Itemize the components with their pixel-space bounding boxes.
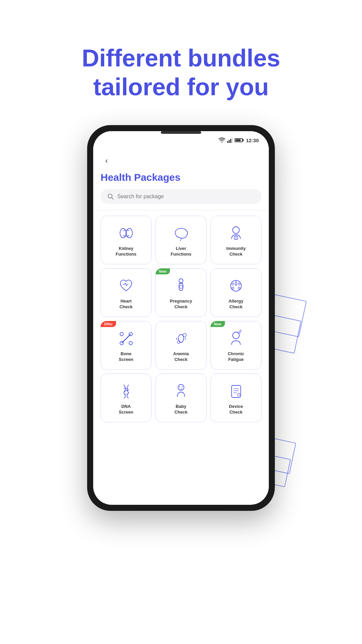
heart-icon [117,277,135,295]
package-card-kidney[interactable]: Kidney Functions [101,216,152,264]
anemia-icon [172,329,190,348]
package-card-bone[interactable]: OfferBone Screen [101,321,152,370]
immunity-icon [227,224,245,243]
divider [93,210,269,210]
search-input[interactable] [117,194,255,200]
fatigue-icon [227,329,245,348]
status-bar: 12:30 [93,131,269,150]
badge-bone: Offer [101,321,116,327]
package-label-heart: Heart Check [119,299,132,310]
svg-rect-34 [227,141,228,143]
baby-icon [172,382,190,400]
pregnancy-icon [172,277,190,295]
package-label-device: Device Check [229,404,243,415]
status-icons: 12:30 [219,138,259,143]
svg-rect-35 [229,140,230,143]
dna-icon [117,382,135,400]
phone-notch [161,131,201,134]
package-card-anemia[interactable]: Anemia Check [156,321,206,370]
kidney-icon [117,224,135,243]
page-title: Health Packages [101,172,261,183]
package-label-immunity: Immunity Check [226,246,246,257]
back-button[interactable]: ‹ [101,155,113,167]
package-card-liver[interactable]: Liver Functions [156,216,206,264]
device-icon [227,382,245,400]
bone-icon [117,329,135,348]
signal-icon [227,138,233,143]
back-arrow-icon: ‹ [105,156,108,165]
package-card-heart[interactable]: Heart Check [101,268,152,317]
package-label-fatigue: Chronic Fatigue [228,351,244,363]
badge-fatigue: New [210,321,225,327]
phone-frame: 12:30 ‹ Health Packages Ki [87,125,275,511]
liver-icon [172,224,190,243]
badge-pregnancy: New [156,268,170,274]
package-card-immunity[interactable]: Immunity Check [210,216,261,264]
search-icon [107,193,114,200]
package-label-allergy: Allergy Check [229,299,243,310]
battery-icon [235,138,243,142]
package-card-device[interactable]: Device Check [210,374,261,422]
status-time: 12:30 [246,138,259,143]
package-card-allergy[interactable]: Allergy Check [210,268,261,317]
wifi-icon [219,138,225,143]
package-label-dna: DNA Screen [119,404,133,415]
headline: Different bundles tailored for you [55,44,307,102]
package-card-baby[interactable]: Baby Check [156,374,206,422]
svg-point-33 [221,142,222,143]
package-label-liver: Liver Functions [171,246,191,257]
screen-content: ‹ Health Packages Kidney FunctionsLiver … [93,150,269,505]
search-bar[interactable] [101,189,261,204]
packages-grid: Kidney FunctionsLiver FunctionsImmunity … [101,216,261,422]
svg-rect-37 [232,138,233,143]
package-card-dna[interactable]: DNA Screen [101,374,152,422]
package-label-baby: Baby Check [174,404,187,415]
package-card-fatigue[interactable]: NewChronic Fatigue [210,321,261,370]
svg-rect-36 [230,139,231,143]
package-card-pregnancy[interactable]: NewPregnancy Check [156,268,206,317]
package-label-bone: Bone Screen [119,351,133,363]
svg-line-39 [112,198,113,199]
allergy-icon [227,277,245,295]
package-label-pregnancy: Pregnancy Check [170,299,192,310]
phone-screen: 12:30 ‹ Health Packages Ki [93,131,269,505]
package-label-kidney: Kidney Functions [116,246,136,257]
package-label-anemia: Anemia Check [173,351,189,363]
phone-mockup: 12:30 ‹ Health Packages Ki [87,125,275,511]
